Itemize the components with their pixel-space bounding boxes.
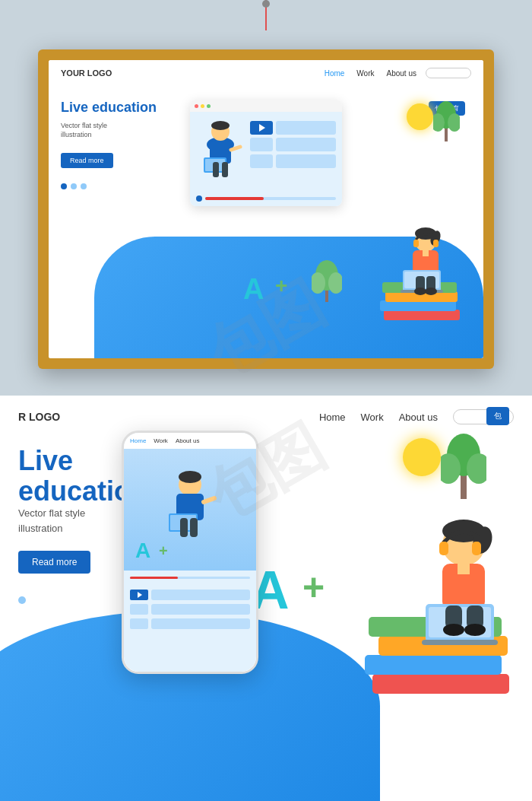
- poster-dots: [61, 183, 182, 189]
- svg-rect-34: [433, 240, 439, 247]
- content-thumb-2: [250, 138, 273, 151]
- bottom-dot: [18, 596, 26, 604]
- bottom-logo: R LOGO: [18, 411, 60, 423]
- browser-dot-green: [207, 104, 211, 108]
- phone-panel-thumb-3: [130, 618, 148, 629]
- browser-window: [190, 100, 342, 206]
- svg-rect-25: [423, 250, 429, 256]
- sun-icon: [407, 103, 433, 130]
- content-panels: [250, 118, 336, 200]
- phone-panels: [124, 585, 256, 634]
- bottom-read-more-button[interactable]: Read more: [18, 551, 90, 574]
- phone-video-thumb: [130, 590, 148, 600]
- phone-nav-home: Home: [130, 437, 146, 444]
- poster-nav-home[interactable]: Home: [325, 69, 345, 78]
- svg-rect-63: [439, 542, 448, 555]
- browser-dot-yellow: [201, 104, 204, 108]
- svg-rect-18: [380, 300, 456, 311]
- cn-badge-bottom: 包: [486, 407, 509, 425]
- browser-content: [190, 112, 342, 206]
- progress-bg: [205, 197, 336, 200]
- svg-point-31: [414, 288, 426, 295]
- play-icon: [259, 124, 265, 132]
- svg-rect-8: [222, 162, 228, 177]
- content-panel-1: [276, 121, 336, 135]
- frame-inner: YOUR LOGO Home Work About us Live educat…: [49, 60, 483, 358]
- video-thumb: [250, 121, 273, 135]
- svg-rect-58: [422, 640, 498, 645]
- phone-nav: Home Work About us: [124, 433, 256, 449]
- big-sun-icon: [403, 438, 441, 476]
- phone-mockup: Home Work About us: [122, 431, 258, 674]
- plus-letter: +: [275, 274, 287, 298]
- poster-illustration: 包图教育: [182, 92, 471, 348]
- poster-subtitle: Vector flat styleillustration: [61, 121, 182, 140]
- phone-play-icon: [138, 592, 142, 598]
- svg-point-61: [443, 624, 464, 636]
- svg-rect-17: [384, 310, 460, 320]
- svg-rect-64: [472, 542, 481, 555]
- dot-1: [61, 183, 67, 189]
- read-more-button[interactable]: Read more: [61, 153, 113, 168]
- svg-rect-47: [372, 674, 509, 694]
- phone-progress-fill: [130, 577, 178, 579]
- phone-teacher: [160, 468, 220, 551]
- content-panel-2: [276, 138, 336, 151]
- student-figure: [369, 218, 467, 340]
- dot-3: [81, 183, 87, 189]
- browser-dot-red: [195, 104, 198, 108]
- big-plus-letter: +: [302, 565, 325, 609]
- phone-panel-2: [151, 604, 250, 615]
- bottom-nav-work[interactable]: Work: [361, 412, 384, 423]
- play-circle: [196, 195, 202, 202]
- phone-teacher-area: A +: [124, 449, 256, 571]
- poster-content: YOUR LOGO Home Work About us Live educat…: [49, 60, 483, 358]
- svg-point-2: [211, 121, 230, 130]
- a-letter: A: [243, 273, 264, 306]
- teacher-figure: [196, 118, 245, 190]
- phone-panel-row-3: [130, 618, 250, 629]
- bottom-hero: Liveeducation Vector flat styleillustrat…: [0, 438, 532, 604]
- phone-screen: Home Work About us: [124, 433, 256, 672]
- poster-nav-links: Home Work About us: [325, 69, 416, 78]
- poster-hero: Live education Vector flat styleillustra…: [49, 86, 483, 354]
- svg-line-40: [204, 498, 214, 502]
- plant-right: [433, 100, 460, 141]
- poster-nav: YOUR LOGO Home Work About us: [49, 60, 483, 86]
- bottom-nav-home[interactable]: Home: [319, 412, 346, 423]
- phone-a-letter: A: [135, 539, 150, 563]
- poster-nav-about[interactable]: About us: [387, 69, 416, 78]
- frame-section: YOUR LOGO Home Work About us Live educat…: [0, 0, 532, 396]
- big-illustration: A +: [243, 423, 532, 727]
- svg-rect-42: [190, 518, 198, 537]
- svg-rect-7: [213, 162, 219, 177]
- poster-nav-work[interactable]: Work: [356, 69, 374, 78]
- progress-fill: [205, 197, 264, 200]
- phone-panel-3: [151, 618, 250, 629]
- content-panel-3: [276, 154, 336, 168]
- phone-nav-about: About us: [176, 437, 200, 444]
- phone-panel-row-1: [130, 590, 250, 600]
- bottom-section: R LOGO Home Work About us Liveeducation …: [0, 396, 532, 801]
- plant-left: [312, 256, 342, 302]
- svg-point-36: [179, 471, 201, 483]
- dot-2: [71, 183, 77, 189]
- svg-rect-33: [413, 240, 419, 247]
- poster-search[interactable]: [426, 68, 471, 78]
- content-thumb-3: [250, 154, 273, 168]
- svg-point-32: [425, 288, 437, 295]
- svg-rect-48: [365, 655, 502, 675]
- big-plant: [441, 431, 486, 499]
- bottom-nav-about[interactable]: About us: [399, 412, 438, 423]
- phone-progress-bar: [130, 577, 250, 579]
- poster-title: Live education: [61, 100, 182, 116]
- svg-rect-41: [180, 518, 188, 537]
- wood-frame: YOUR LOGO Home Work About us Live educat…: [38, 49, 494, 369]
- phone-nav-work: Work: [154, 437, 168, 444]
- svg-rect-55: [458, 564, 470, 574]
- video-progress: [196, 195, 336, 202]
- phone-panel-1: [151, 590, 250, 600]
- big-student-figure: [357, 499, 524, 727]
- poster-text-area: Live education Vector flat styleillustra…: [61, 92, 182, 348]
- svg-point-62: [464, 624, 486, 636]
